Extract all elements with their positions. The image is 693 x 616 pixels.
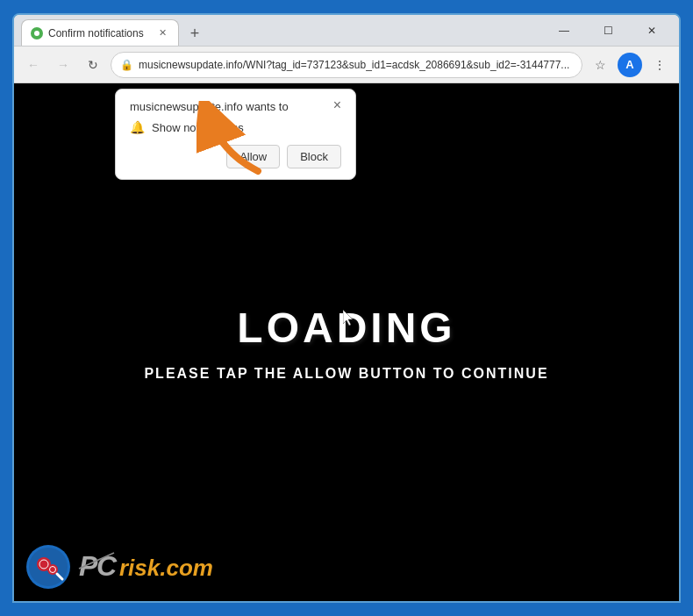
tab-title: Confirm notifications: [48, 27, 150, 39]
pcrisk-text: P C risk.com: [77, 544, 218, 589]
allow-button[interactable]: Allow: [226, 145, 280, 168]
address-path: /WNI?tag_id=737123&sub_id1=acdsk_2086691…: [243, 59, 570, 71]
bookmark-button[interactable]: ☆: [588, 53, 612, 77]
close-button[interactable]: ✕: [632, 18, 672, 44]
svg-text:C: C: [96, 550, 118, 582]
forward-button[interactable]: →: [51, 53, 75, 77]
pcrisk-icon: [26, 545, 70, 589]
popup-notification-row: 🔔 Show notifications: [130, 120, 341, 134]
maximize-button[interactable]: ☐: [588, 18, 628, 44]
svg-point-3: [39, 560, 48, 569]
nav-bar: ← → ↻ 🔒 musicnewsupdate.info/WNI?tag_id=…: [14, 47, 679, 83]
loading-subtitle: PLEASE TAP THE ALLOW BUTTON TO CONTINUE: [144, 366, 548, 382]
active-tab[interactable]: Confirm notifications ✕: [21, 19, 179, 46]
address-bar[interactable]: 🔒 musicnewsupdate.info/WNI?tag_id=737123…: [111, 52, 582, 78]
block-button[interactable]: Block: [287, 145, 341, 168]
pcrisk-wordmark: P C risk.com: [77, 561, 218, 588]
tab-close-button[interactable]: ✕: [155, 26, 169, 40]
lock-icon: 🔒: [120, 59, 133, 71]
loading-text: LOADING: [237, 304, 455, 352]
svg-point-5: [50, 566, 56, 572]
svg-text:P: P: [79, 550, 98, 582]
tab-favicon: [31, 27, 43, 39]
page-content: musicnewsupdate.info wants to × 🔔 Show n…: [14, 83, 679, 601]
address-text: musicnewsupdate.info/WNI?tag_id=737123&s…: [139, 59, 573, 71]
browser-window: Confirm notifications ✕ + — ☐ ✕ ← → ↻ 🔒 …: [12, 13, 681, 603]
popup-buttons: Allow Block: [130, 145, 341, 168]
tab-area: Confirm notifications ✕ +: [21, 15, 544, 46]
popup-notification-text: Show notifications: [152, 121, 244, 134]
minimize-button[interactable]: —: [544, 18, 584, 44]
menu-button[interactable]: ⋮: [647, 53, 672, 77]
popup-site-name: musicnewsupdate.info wants to: [130, 100, 289, 113]
new-tab-button[interactable]: +: [182, 21, 207, 46]
popup-header: musicnewsupdate.info wants to ×: [130, 100, 341, 113]
popup-close-button[interactable]: ×: [333, 98, 341, 112]
svg-text:risk.com: risk.com: [119, 555, 213, 581]
window-controls: — ☐ ✕: [544, 18, 672, 44]
pcrisk-logo: P C risk.com: [26, 544, 218, 589]
refresh-button[interactable]: ↻: [81, 53, 105, 77]
notification-popup: musicnewsupdate.info wants to × 🔔 Show n…: [115, 89, 356, 180]
domain-text: musicnewsupdate.info: [139, 59, 243, 71]
profile-button[interactable]: A: [618, 53, 642, 77]
title-bar: Confirm notifications ✕ + — ☐ ✕: [14, 15, 679, 47]
bell-icon: 🔔: [130, 120, 145, 134]
back-button[interactable]: ←: [21, 53, 46, 77]
